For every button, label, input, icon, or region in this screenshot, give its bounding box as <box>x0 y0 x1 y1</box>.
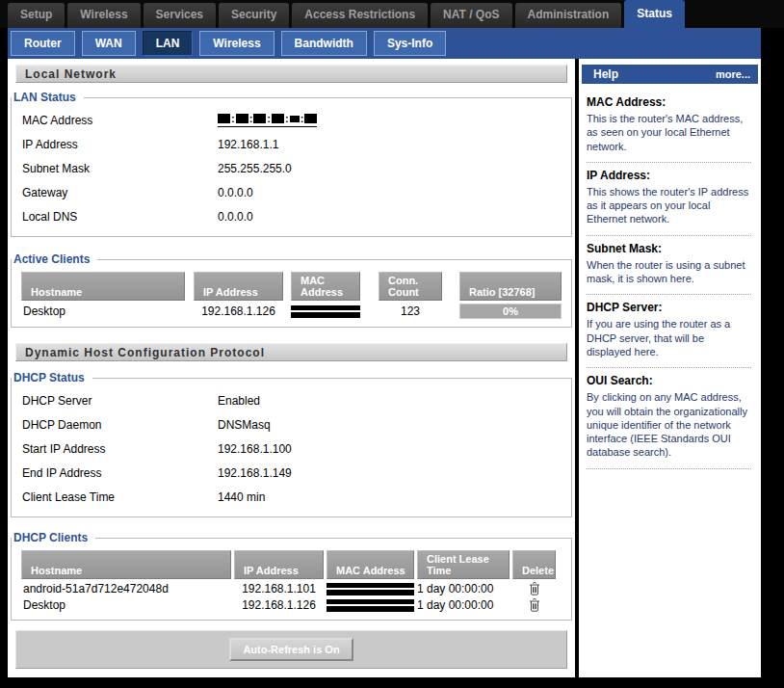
active-clients-legend: Active Clients <box>12 252 97 266</box>
help-heading: DHCP Server: <box>587 301 751 314</box>
mac-redaction-block <box>218 114 230 123</box>
trash-icon <box>529 582 540 595</box>
dhcp-server-label: DHCP Server <box>22 394 218 408</box>
help-divider <box>587 235 751 236</box>
lan-ip-label: IP Address <box>22 138 218 151</box>
help-text: By clicking on any MAC address, you will… <box>587 390 751 459</box>
client-mac-address-link[interactable] <box>327 599 414 612</box>
client-lease-time: 1 day 00:00:00 <box>417 582 510 595</box>
help-divider <box>587 468 751 469</box>
mac-redaction-block <box>253 114 266 123</box>
col-hostname: Hostname <box>21 550 231 579</box>
col-delete: Delete <box>512 550 556 579</box>
lan-dns-label: Local DNS <box>22 210 218 224</box>
main-panel: Local Network LAN Status MAC Address :::… <box>8 59 575 677</box>
subtab-bandwidth[interactable]: Bandwidth <box>281 31 367 56</box>
section-dhcp: Dynamic Host Configuration Protocol <box>15 343 567 361</box>
dhcp-end-ip-value: 192.168.1.149 <box>218 466 571 480</box>
tab-access-restrictions[interactable]: Access Restrictions <box>292 3 428 28</box>
dhcp-daemon-row: DHCP Daemon DNSMasq <box>12 412 571 437</box>
mac-redaction-block <box>272 114 284 123</box>
auto-refresh-button[interactable]: Auto-Refresh is On <box>229 638 353 661</box>
dhcp-start-ip-label: Start IP Address <box>22 442 218 456</box>
delete-client-button[interactable] <box>512 582 556 595</box>
lan-subnet-value: 255.255.255.0 <box>218 162 571 175</box>
help-heading: IP Address: <box>587 169 751 182</box>
help-entry-subnet-mask: Subnet Mask: When the router is using a … <box>587 242 751 286</box>
help-entry-ip-address: IP Address: This shows the router's IP a… <box>587 169 751 226</box>
dhcp-status-fieldset: DHCP Status DHCP Server Enabled DHCP Dae… <box>11 371 572 517</box>
help-text: If you are using the router as a DHCP se… <box>587 317 751 358</box>
tab-status[interactable]: Status <box>624 0 685 28</box>
col-hostname: Hostname <box>21 272 185 301</box>
col-ip-address: IP Address <box>194 272 283 301</box>
subtab-lan[interactable]: LAN <box>143 31 194 56</box>
help-body: MAC Address: This is the router's MAC ad… <box>579 84 761 469</box>
help-entry-dhcp-server: DHCP Server: If you are using the router… <box>587 301 751 358</box>
dhcp-daemon-value: DNSMasq <box>218 418 571 432</box>
help-entry-oui-search: OUI Search: By clicking on any MAC addre… <box>587 374 751 459</box>
col-ip-address: IP Address <box>234 550 324 579</box>
client-ip: 192.168.1.126 <box>194 304 283 318</box>
dhcp-clients-legend: DHCP Clients <box>12 531 95 544</box>
active-clients-table: Hostname IP Address MAC Address Conn. Co… <box>12 272 571 319</box>
subtab-router[interactable]: Router <box>11 31 75 56</box>
section-local-network: Local Network <box>15 65 567 83</box>
help-entry-mac-address: MAC Address: This is the router's MAC ad… <box>587 95 751 153</box>
delete-client-button[interactable] <box>512 598 556 612</box>
tab-services[interactable]: Services <box>144 3 216 28</box>
subtab-wireless[interactable]: Wireless <box>199 31 274 56</box>
trash-icon <box>529 598 540 612</box>
active-client-row: Desktop 192.168.1.126 123 0% <box>21 304 571 319</box>
dhcp-clients-table: Hostname IP Address MAC Address Client L… <box>12 550 571 612</box>
dhcp-lease-time-value: 1440 min <box>218 490 571 504</box>
router-mac-address-link[interactable]: ::::: <box>218 113 317 127</box>
tab-security[interactable]: Security <box>219 3 289 28</box>
lan-subnet-row: Subnet Mask 255.255.255.0 <box>12 156 571 180</box>
col-mac-address: MAC Address <box>291 272 360 301</box>
col-conn-count: Conn. Count <box>379 272 442 301</box>
tab-setup[interactable]: Setup <box>8 3 65 28</box>
help-text: This shows the router's IP address as it… <box>587 185 751 226</box>
dhcp-client-row: Desktop 192.168.1.126 1 day 00:00:00 <box>21 598 571 612</box>
help-heading: OUI Search: <box>587 374 751 387</box>
lan-subnet-label: Subnet Mask <box>22 162 218 175</box>
dhcp-start-ip-value: 192.168.1.100 <box>218 442 571 456</box>
dhcp-server-value: Enabled <box>218 394 571 408</box>
dhcp-end-ip-row: End IP Address 192.168.1.149 <box>12 461 571 485</box>
client-lease-time: 1 day 00:00:00 <box>417 598 510 612</box>
mac-redaction-block <box>290 116 300 122</box>
help-title: Help <box>593 67 618 81</box>
help-panel: Help more... MAC Address: This is the ro… <box>579 59 761 677</box>
lan-dns-value: 0.0.0.0 <box>218 210 571 224</box>
subtab-wan[interactable]: WAN <box>82 31 136 56</box>
dhcp-start-ip-row: Start IP Address 192.168.1.100 <box>12 437 571 461</box>
client-hostname: android-51a7d712e472048d <box>21 582 231 595</box>
client-mac-address-link[interactable] <box>291 305 360 318</box>
help-divider <box>587 367 751 368</box>
help-heading: MAC Address: <box>587 95 751 109</box>
tab-nat-qos[interactable]: NAT / QoS <box>431 3 511 28</box>
lan-dns-row: Local DNS 0.0.0.0 <box>12 204 571 228</box>
lan-mac-label: MAC Address <box>22 114 218 127</box>
tab-wireless[interactable]: Wireless <box>67 3 140 28</box>
col-mac-address: MAC Address <box>327 550 414 579</box>
col-ratio: Ratio [32768] <box>459 272 562 301</box>
client-mac-address-link[interactable] <box>327 583 414 595</box>
client-conn-count: 123 <box>379 304 442 318</box>
help-text: This is the router's MAC address, as see… <box>587 112 751 153</box>
top-navigation: Setup Wireless Services Security Access … <box>0 0 784 28</box>
client-hostname: Desktop <box>21 304 185 318</box>
col-client-lease-time: Client Lease Time <box>417 550 510 579</box>
dhcp-status-legend: DHCP Status <box>12 371 92 384</box>
help-header: Help more... <box>582 65 758 84</box>
mac-redaction-block <box>236 114 248 123</box>
sub-navigation: Router WAN LAN Wireless Bandwidth Sys-In… <box>8 28 761 59</box>
dhcp-end-ip-label: End IP Address <box>22 466 218 480</box>
dhcp-clients-fieldset: DHCP Clients Hostname IP Address MAC Add… <box>11 531 572 621</box>
lan-gateway-row: Gateway 0.0.0.0 <box>12 180 571 204</box>
help-text: When the router is using a subnet mask, … <box>587 258 751 286</box>
help-more-link[interactable]: more... <box>716 68 750 80</box>
tab-administration[interactable]: Administration <box>515 3 622 28</box>
subtab-sys-info[interactable]: Sys-Info <box>374 31 446 56</box>
